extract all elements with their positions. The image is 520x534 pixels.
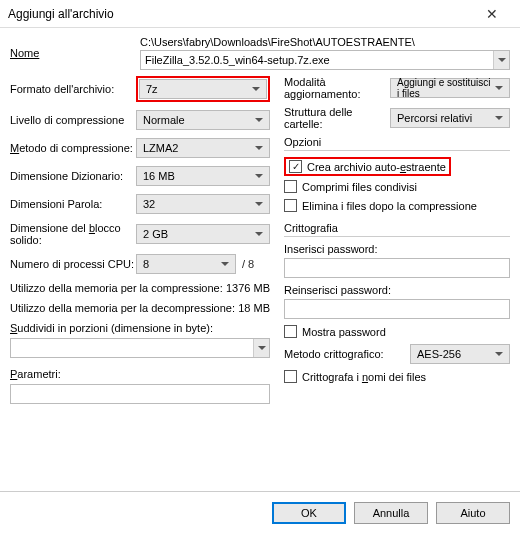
chevron-down-icon[interactable] — [493, 51, 509, 69]
split-field[interactable] — [11, 342, 253, 354]
dict-select[interactable]: 16 MB — [136, 166, 270, 186]
word-select[interactable]: 32 — [136, 194, 270, 214]
block-select[interactable]: 2 GB — [136, 224, 270, 244]
mem-decomp-value: 18 MB — [238, 302, 270, 314]
params-input[interactable] — [10, 384, 270, 404]
showpass-label: Mostra password — [302, 326, 386, 338]
updatemode-label: Modalità aggiornamento: — [284, 76, 384, 100]
cpu-select[interactable]: 8 — [136, 254, 236, 274]
window-title: Aggiungi all'archivio — [8, 7, 472, 21]
title-bar: Aggiungi all'archivio ✕ — [0, 0, 520, 28]
pathmode-select[interactable]: Percorsi relativi — [390, 108, 510, 128]
level-select[interactable]: Normale — [136, 110, 270, 130]
encnames-label: Crittografa i nomi dei files — [302, 371, 426, 383]
ok-button[interactable]: OK — [272, 502, 346, 524]
cancel-button[interactable]: Annulla — [354, 502, 428, 524]
encnames-checkbox[interactable] — [284, 370, 297, 383]
dialog-content: Nome C:\Users\fabry\Downloads\FireShot\A… — [0, 28, 520, 404]
cryptmethod-select[interactable]: AES-256 — [410, 344, 510, 364]
cpu-total: / 8 — [242, 258, 254, 270]
pathmode-label: Struttura delle cartelle: — [284, 106, 384, 130]
chevron-down-icon[interactable] — [253, 339, 269, 357]
pass1-input[interactable] — [284, 258, 510, 278]
method-select[interactable]: LZMA2 — [136, 138, 270, 158]
format-label: Formato dell'archivio: — [10, 83, 136, 95]
format-select[interactable]: 7z — [139, 79, 267, 99]
word-label: Dimensioni Parola: — [10, 198, 136, 210]
delete-label: Elimina i files dopo la compressione — [302, 200, 477, 212]
updatemode-select[interactable]: Aggiungi e sostituisci i files — [390, 78, 510, 98]
name-row: Nome C:\Users\fabry\Downloads\FireShot\A… — [10, 36, 510, 70]
params-label: Parametri: — [10, 368, 270, 380]
help-button[interactable]: Aiuto — [436, 502, 510, 524]
cpu-label: Numero di processi CPU: — [10, 258, 136, 270]
delete-checkbox[interactable] — [284, 199, 297, 212]
shared-label: Comprimi files condivisi — [302, 181, 417, 193]
showpass-checkbox[interactable] — [284, 325, 297, 338]
pass2-label: Reinserisci password: — [284, 284, 510, 296]
archive-name-field[interactable] — [141, 54, 493, 66]
mem-comp-label: Utilizzo della memoria per la compressio… — [10, 282, 223, 294]
split-label: Suddividi in porzioni (dimensione in byt… — [10, 322, 270, 334]
sfx-label: Crea archivio auto-estraente — [307, 161, 446, 173]
block-label: Dimensione del blocco solido: — [10, 222, 136, 246]
archive-path: C:\Users\fabry\Downloads\FireShot\AUTOES… — [140, 36, 510, 48]
options-title: Opzioni — [284, 136, 510, 148]
method-label: Metodo di compressione: — [10, 142, 136, 154]
shared-checkbox[interactable] — [284, 180, 297, 193]
dict-label: Dimensione Dizionario: — [10, 170, 136, 182]
sfx-checkbox[interactable] — [289, 160, 302, 173]
cryptmethod-label: Metodo crittografico: — [284, 348, 404, 360]
split-input[interactable] — [10, 338, 270, 358]
close-icon[interactable]: ✕ — [472, 6, 512, 22]
button-bar: OK Annulla Aiuto — [0, 491, 520, 534]
mem-decomp-label: Utilizzo della memoria per la decompress… — [10, 302, 235, 314]
mem-comp-value: 1376 MB — [226, 282, 270, 294]
crypt-title: Crittografia — [284, 222, 510, 234]
level-label: Livello di compressione — [10, 114, 136, 126]
pass1-label: Inserisci password: — [284, 243, 510, 255]
archive-name-input[interactable] — [140, 50, 510, 70]
pass2-input[interactable] — [284, 299, 510, 319]
name-label: Nome — [10, 47, 140, 59]
